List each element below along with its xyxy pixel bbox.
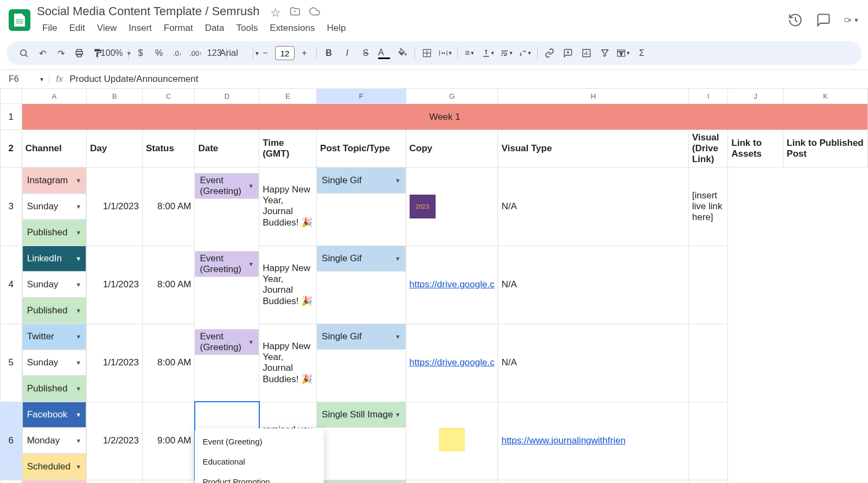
h-align-icon[interactable]: ≡ ▼ <box>461 44 478 62</box>
published-link-cell[interactable] <box>688 480 728 483</box>
visual-type-chip[interactable]: Single Gif▼ <box>317 324 405 350</box>
currency-icon[interactable]: $ <box>132 44 149 62</box>
menu-format[interactable]: Format <box>158 21 199 36</box>
menu-view[interactable]: View <box>92 21 123 36</box>
col-header-D[interactable]: D <box>195 89 259 104</box>
link-icon[interactable] <box>541 44 558 62</box>
font-size-decrease[interactable]: − <box>257 44 274 62</box>
history-icon[interactable] <box>788 12 803 28</box>
visual-type-chip[interactable]: Single Still Image▼ <box>317 402 405 428</box>
menu-tools[interactable]: Tools <box>231 21 264 36</box>
menu-insert[interactable]: Insert <box>123 21 157 36</box>
menu-file[interactable]: File <box>37 21 62 36</box>
col-header-F[interactable]: F <box>317 89 406 104</box>
font-size-input[interactable] <box>275 46 295 60</box>
dropdown-option[interactable]: Event (Greeting) <box>195 432 324 452</box>
bold-icon[interactable]: B <box>320 44 337 62</box>
header-visual-type[interactable]: Visual Type <box>498 130 688 168</box>
insert-chart-icon[interactable] <box>578 44 595 62</box>
status-chip[interactable]: Published▼ <box>22 220 86 246</box>
copy-cell[interactable]: Happy New Year, Journal Buddies! 🎉 <box>259 168 317 246</box>
header-channel[interactable]: Channel <box>22 130 86 168</box>
published-link-cell[interactable] <box>688 402 728 480</box>
row-header[interactable]: 2 <box>1 130 22 168</box>
header-copy[interactable]: Copy <box>406 130 498 168</box>
assets-link-cell[interactable]: https://www.journalingwithfrien <box>498 402 688 480</box>
undo-icon[interactable]: ↶ <box>34 44 51 62</box>
post-type-chip[interactable]: Event (Greeting)▼ <box>195 329 259 355</box>
cell[interactable]: N/A <box>498 168 688 246</box>
copy-cell[interactable]: Happy New Year, Journal Buddies! 🎉 <box>259 246 317 324</box>
col-header-H[interactable]: H <box>498 89 688 104</box>
col-header-J[interactable]: J <box>728 89 783 104</box>
sheets-logo[interactable] <box>9 9 30 31</box>
time-cell[interactable]: 8:00 AM <box>142 246 195 324</box>
day-chip[interactable]: Sunday▼ <box>22 272 86 298</box>
row-header[interactable]: 6 <box>1 402 22 480</box>
published-link-cell[interactable] <box>688 246 728 324</box>
increase-decimal-icon[interactable]: .00↑ <box>187 44 205 62</box>
time-cell[interactable]: 9:00 AM <box>142 402 195 480</box>
time-cell[interactable]: 12:00 PM <box>142 480 195 483</box>
percent-icon[interactable]: % <box>150 44 168 62</box>
header-day[interactable]: Day <box>87 130 143 168</box>
cell[interactable]: N/A <box>498 324 688 402</box>
visual-type-chip[interactable]: Single Gif▼ <box>317 246 405 272</box>
font-select[interactable]: Arial ▼ <box>230 44 250 62</box>
status-chip[interactable]: Published▼ <box>22 298 86 324</box>
formula-input[interactable]: Product Update/Announcement <box>69 74 198 85</box>
channel-chip[interactable]: Twitter▼ <box>22 324 86 350</box>
row-header[interactable]: 1 <box>1 104 22 130</box>
published-link-cell[interactable] <box>688 324 728 402</box>
time-cell[interactable]: 8:00 AM <box>142 324 195 402</box>
filter-views-icon[interactable]: ▼ <box>615 44 632 62</box>
comment-icon[interactable] <box>816 12 831 28</box>
status-chip[interactable]: Published▼ <box>22 376 86 402</box>
channel-chip[interactable]: Instagram▼ <box>22 480 86 483</box>
day-chip[interactable]: Sunday▼ <box>22 194 86 220</box>
v-align-icon[interactable]: ▼ <box>480 44 497 62</box>
time-cell[interactable]: 8:00 AM <box>142 168 195 246</box>
col-header-C[interactable]: C <box>142 89 195 104</box>
select-all-corner[interactable] <box>1 89 22 104</box>
move-icon[interactable] <box>290 6 301 17</box>
status-chip[interactable]: Scheduled▼ <box>22 454 86 480</box>
document-title[interactable]: Social Media Content Template / Semrush <box>37 4 259 18</box>
col-header-B[interactable]: B <box>87 89 143 104</box>
row-header[interactable]: 7 <box>1 480 22 483</box>
channel-chip[interactable]: Facebook▼ <box>22 402 86 428</box>
copy-cell[interactable]: Happy New Year, Journal Buddies! 🎉 <box>259 324 317 402</box>
row-header[interactable]: 4 <box>1 246 22 324</box>
active-cell[interactable]: Event (Greeting)EducationalProduct Promo… <box>195 402 259 480</box>
fill-color-icon[interactable] <box>394 44 411 62</box>
visual-link-cell[interactable]: https://drive.google.c <box>406 480 498 483</box>
decrease-decimal-icon[interactable]: .0↓ <box>169 44 186 62</box>
row-header[interactable]: 3 <box>1 168 22 246</box>
zoom-select[interactable]: 100% ▼ <box>107 44 125 62</box>
star-icon[interactable]: ☆ <box>270 6 281 17</box>
strikethrough-icon[interactable]: S <box>357 44 374 62</box>
post-type-chip[interactable]: Event (Greeting)▼ <box>195 251 259 277</box>
redo-icon[interactable]: ↷ <box>52 44 69 62</box>
functions-icon[interactable]: Σ <box>633 44 650 62</box>
header-assets[interactable]: Link to Assets <box>728 130 783 168</box>
col-header-I[interactable]: I <box>688 89 728 104</box>
col-header-K[interactable]: K <box>783 89 868 104</box>
post-type-chip[interactable]: Event (Greeting)▼ <box>195 173 259 199</box>
insert-comment-icon[interactable] <box>559 44 577 62</box>
assets-link-cell[interactable]: https://www.journalingwithfrien <box>498 480 688 483</box>
date-cell[interactable]: 1/2/2023 <box>87 402 143 480</box>
channel-chip[interactable]: LinkedIn▼ <box>22 246 86 272</box>
date-cell[interactable]: 1/1/2023 <box>87 324 143 402</box>
header-published[interactable]: Link to Published Post <box>783 130 868 168</box>
text-color-icon[interactable]: A <box>375 44 393 62</box>
visual-type-chip[interactable]: Single Still Image▼ <box>317 480 405 483</box>
header-date[interactable]: Date <box>195 130 259 168</box>
rotate-icon[interactable]: ▼ <box>516 44 534 62</box>
col-header-E[interactable]: E <box>259 89 317 104</box>
visual-link-cell[interactable]: https://drive.google.c <box>406 324 498 402</box>
search-menus-icon[interactable] <box>15 44 33 62</box>
channel-chip[interactable]: Instagram▼ <box>22 168 86 194</box>
filter-icon[interactable] <box>596 44 614 62</box>
visual-link-cell[interactable]: https://drive.google.c <box>406 246 498 324</box>
